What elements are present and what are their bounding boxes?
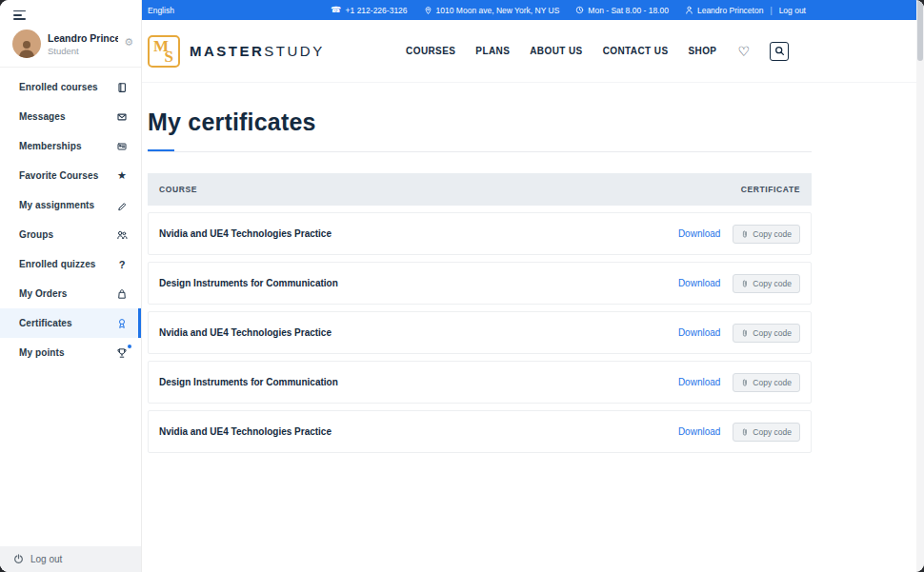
main-nav: COURSES PLANS ABOUT US CONTACT US SHOP ♡: [406, 42, 789, 61]
sidebar-item-label: My Orders: [19, 288, 67, 299]
paperclip-icon: [741, 279, 749, 288]
paperclip-icon: [741, 229, 749, 239]
page-title: My certificates: [148, 108, 812, 136]
paperclip-icon: [741, 427, 749, 437]
logout-label: Log out: [30, 554, 62, 564]
main-content: My certificates COURSE CERTIFICATE Nvidi…: [141, 83, 916, 572]
sidebar-item-memberships[interactable]: Memberships: [0, 131, 141, 161]
search-button[interactable]: [770, 42, 789, 61]
settings-gear-icon[interactable]: ⚙: [124, 36, 133, 49]
search-icon: [774, 46, 785, 56]
logo-letter-s: S: [165, 48, 173, 67]
location-pin-icon: [424, 6, 432, 15]
sidebar-item-groups[interactable]: Groups: [0, 220, 141, 249]
sidebar-item-label: Groups: [19, 229, 53, 240]
sidebar-item-label: Certificates: [19, 318, 72, 328]
sidebar-item-my-assignments[interactable]: My assignments: [0, 190, 141, 220]
user-role: Student: [48, 46, 118, 56]
sidebar-hamburger-icon[interactable]: [0, 0, 32, 24]
certificate-row: Design Instruments for Communication Dow…: [148, 262, 812, 305]
copy-code-button[interactable]: Copy code: [733, 324, 800, 343]
sidebar-item-enrolled-courses[interactable]: Enrolled courses: [0, 72, 141, 102]
person-icon: [685, 6, 693, 14]
topbar-address: 1010 Moon ave, New York, NY US: [424, 6, 560, 15]
pencil-icon: [115, 199, 129, 212]
language-selector[interactable]: English: [148, 6, 174, 15]
paperclip-icon: [741, 378, 749, 387]
sidebar-item-enrolled-quizzes[interactable]: Enrolled quizzes ?: [0, 249, 141, 279]
column-certificate: CERTIFICATE: [741, 185, 800, 194]
logo-monogram: M S: [148, 35, 180, 68]
power-icon: [11, 553, 25, 566]
nav-courses[interactable]: COURSES: [406, 46, 455, 56]
masterstudy-logo[interactable]: M S MASTERSTUDY: [148, 35, 325, 68]
scrollbar[interactable]: [916, 0, 924, 572]
topbar-info: ☎ +1 212-226-3126 1010 Moon ave, New Yor…: [331, 6, 669, 15]
sidebar-item-label: Messages: [19, 111, 66, 122]
sidebar-item-favorite-courses[interactable]: Favorite Courses ★: [0, 161, 141, 190]
sidebar-user-panel: Leandro Prince... Student ⚙: [0, 24, 141, 68]
title-divider: [148, 149, 812, 152]
bag-icon: [115, 287, 129, 301]
users-icon: [115, 228, 129, 242]
topbar-logout-link[interactable]: Log out: [779, 6, 806, 15]
topbar: English ☎ +1 212-226-3126 1010 Moon ave,…: [141, 0, 916, 20]
copy-code-button[interactable]: Copy code: [733, 225, 800, 244]
download-link[interactable]: Download: [678, 327, 720, 338]
course-title: Design Instruments for Communication: [159, 278, 338, 288]
user-name: Leandro Prince...: [48, 32, 118, 44]
logout-button[interactable]: Log out: [0, 546, 141, 572]
title-accent-bar: [148, 149, 174, 151]
site-header: M S MASTERSTUDY COURSES PLANS ABOUT US C…: [141, 20, 916, 83]
topbar-account: Leandro Princeton | Log out: [685, 6, 806, 15]
topbar-phone[interactable]: ☎ +1 212-226-3126: [331, 6, 407, 15]
download-link[interactable]: Download: [678, 377, 720, 387]
hours-text: Mon - Sat 8.00 - 18.00: [588, 6, 669, 15]
id-card-icon: [115, 140, 129, 153]
sidebar-item-label: My points: [19, 347, 65, 358]
topbar-user-name: Leandro Princeton: [697, 6, 763, 15]
question-icon: ?: [115, 258, 129, 271]
course-title: Design Instruments for Communication: [159, 377, 338, 387]
course-title: Nvidia and UE4 Technologies Practice: [159, 228, 331, 239]
nav-about-us[interactable]: ABOUT US: [530, 46, 582, 56]
sidebar-item-certificates[interactable]: Certificates: [0, 308, 141, 338]
scrollbar-thumb[interactable]: [917, 0, 923, 61]
sidebar-item-my-points[interactable]: My points: [0, 338, 141, 367]
certificate-row: Nvidia and UE4 Technologies Practice Dow…: [148, 311, 812, 354]
phone-number: +1 212-226-3126: [346, 6, 408, 15]
sidebar-item-label: Enrolled courses: [19, 82, 98, 92]
copy-code-button[interactable]: Copy code: [733, 423, 800, 442]
copy-code-button[interactable]: Copy code: [733, 373, 800, 392]
sidebar-item-messages[interactable]: Messages: [0, 102, 141, 131]
certificate-row: Nvidia and UE4 Technologies Practice Dow…: [148, 410, 812, 453]
clock-icon: [575, 6, 584, 14]
download-link[interactable]: Download: [678, 228, 720, 239]
address-text: 1010 Moon ave, New York, NY US: [436, 6, 560, 15]
star-icon: ★: [115, 169, 129, 183]
sidebar-item-label: Favorite Courses: [19, 170, 98, 181]
sidebar-item-my-orders[interactable]: My Orders: [0, 279, 141, 308]
download-link[interactable]: Download: [678, 426, 720, 437]
wishlist-heart-icon[interactable]: ♡: [737, 44, 750, 59]
course-title: Nvidia and UE4 Technologies Practice: [159, 426, 331, 437]
book-icon: [115, 81, 129, 94]
topbar-separator: |: [770, 6, 772, 15]
course-title: Nvidia and UE4 Technologies Practice: [159, 327, 331, 338]
brand-name: MASTERSTUDY: [190, 43, 325, 59]
envelope-icon: [115, 110, 129, 124]
certificate-row: Design Instruments for Communication Dow…: [148, 361, 812, 404]
topbar-user-link[interactable]: Leandro Princeton: [685, 6, 763, 15]
sidebar-item-label: My assignments: [19, 200, 94, 210]
nav-contact-us[interactable]: CONTACT US: [603, 46, 669, 56]
trophy-icon: [115, 346, 129, 360]
sidebar-item-label: Enrolled quizzes: [19, 259, 96, 269]
avatar: [12, 30, 41, 58]
copy-code-button[interactable]: Copy code: [733, 274, 800, 293]
download-link[interactable]: Download: [678, 278, 720, 288]
points-notification-dot: [128, 345, 131, 348]
nav-shop[interactable]: SHOP: [688, 46, 716, 56]
app-window: Leandro Prince... Student ⚙ Enrolled cou…: [0, 0, 924, 572]
nav-plans[interactable]: PLANS: [475, 46, 510, 56]
phone-icon: ☎: [331, 6, 341, 14]
